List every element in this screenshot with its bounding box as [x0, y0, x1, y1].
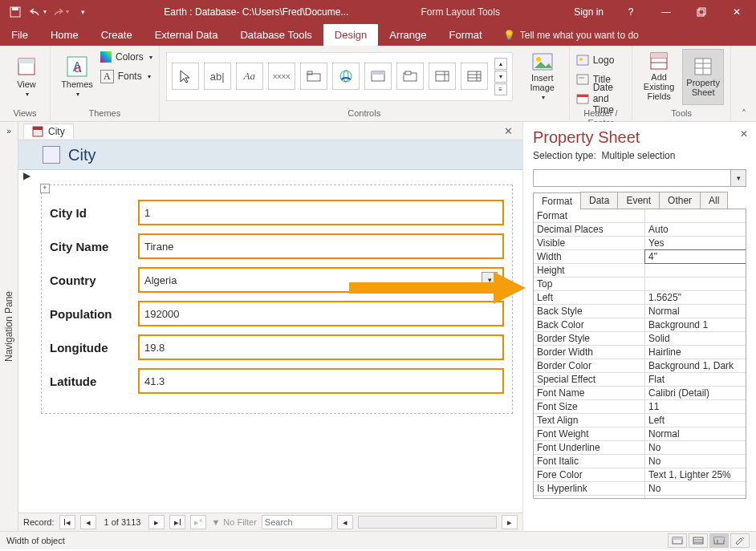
collapse-ribbon-button[interactable]: ˄	[742, 108, 746, 120]
tab-create[interactable]: Create	[90, 24, 144, 46]
property-row[interactable]: Top	[534, 278, 746, 291]
form-view-button[interactable]	[668, 533, 687, 548]
listbox-control-icon[interactable]	[461, 63, 488, 90]
tab-home[interactable]: Home	[39, 24, 90, 46]
property-value[interactable]: Background 1, Dark	[645, 359, 746, 372]
property-row[interactable]: Text AlignLeft	[534, 414, 746, 427]
property-value[interactable]: Flat	[645, 373, 746, 386]
property-row[interactable]: Back StyleNormal	[534, 305, 746, 318]
layout-view-button[interactable]	[709, 533, 729, 548]
property-grid[interactable]: FormatDecimal PlacesAutoVisibleYesWidth4…	[533, 209, 746, 499]
help-button[interactable]: ?	[615, 0, 647, 23]
property-value[interactable]: Normal	[645, 427, 746, 440]
property-row[interactable]: Width4"	[534, 250, 746, 264]
restore-button[interactable]	[685, 0, 717, 23]
property-row[interactable]: Border ColorBackground 1, Dark	[534, 359, 746, 373]
cityid-label[interactable]: City Id	[50, 206, 138, 220]
label-control-icon[interactable]: Aa	[236, 63, 263, 90]
prev-record-button[interactable]: ◂	[80, 515, 96, 529]
minimize-button[interactable]: —	[650, 0, 682, 23]
property-value[interactable]: 11	[645, 400, 746, 413]
property-value[interactable]: 1.5625"	[645, 291, 746, 304]
qat-customize-icon[interactable]: ▾	[72, 2, 93, 22]
tab-format[interactable]: Format	[438, 24, 494, 46]
selection-combobox-dropdown-icon[interactable]: ▾	[731, 169, 746, 187]
country-label[interactable]: Country	[50, 273, 138, 287]
tab-database-tools[interactable]: Database Tools	[229, 24, 323, 46]
next-record-button[interactable]: ▸	[148, 515, 165, 529]
textbox-control-icon[interactable]: ab|	[204, 63, 231, 90]
property-row[interactable]: Is HyperlinkNo	[534, 482, 746, 496]
property-sheet-button[interactable]: Property Sheet	[682, 49, 724, 105]
tab-control-icon[interactable]	[300, 63, 327, 90]
design-view-button[interactable]	[730, 533, 750, 548]
navigation-control-icon[interactable]	[364, 63, 392, 90]
property-value[interactable]: No	[645, 455, 746, 468]
hscroll-right[interactable]: ▸	[502, 515, 518, 529]
datasheet-view-button[interactable]	[689, 533, 708, 548]
property-row[interactable]: Left1.5625"	[534, 291, 746, 305]
latitude-input[interactable]: 41.3	[138, 368, 504, 394]
property-value[interactable]: Left	[645, 414, 746, 427]
combobox-control-icon[interactable]	[429, 63, 456, 90]
redo-icon[interactable]: ▾	[50, 2, 71, 22]
tab-external-data[interactable]: External Data	[144, 24, 230, 46]
new-record-button[interactable]: ▸*	[190, 515, 206, 529]
property-row[interactable]: VisibleYes	[534, 237, 746, 250]
property-value[interactable]	[645, 278, 746, 290]
button-control-icon[interactable]: XXXX	[268, 63, 295, 90]
colors-menu[interactable]: Colors▾	[100, 49, 152, 65]
close-tab-button[interactable]: ✕	[504, 125, 513, 137]
property-value[interactable]: Solid	[645, 332, 746, 345]
themes-button[interactable]: Aa Themes▾	[57, 49, 97, 103]
add-existing-fields-button[interactable]: Add Existing Fields	[639, 49, 679, 103]
cityname-label[interactable]: City Name	[50, 240, 138, 253]
close-button[interactable]: ✕	[721, 0, 753, 23]
property-row[interactable]: Font Size11	[534, 400, 746, 414]
fonts-menu[interactable]: AFonts▾	[100, 68, 152, 84]
ps-tab-other[interactable]: Other	[659, 192, 701, 209]
record-selector[interactable]: ▶	[23, 170, 30, 181]
property-value[interactable]: Auto	[645, 223, 746, 236]
property-value[interactable]	[645, 209, 746, 222]
layout-selector-handle[interactable]: +	[40, 184, 50, 193]
property-row[interactable]: Special EffectFlat	[534, 373, 746, 387]
property-row[interactable]: Fore ColorText 1, Lighter 25%	[534, 468, 746, 482]
insert-image-button[interactable]: Insert Image▾	[522, 49, 563, 103]
property-row[interactable]: Display As HyperlinkIf Hyperlink	[534, 496, 746, 499]
tab-design[interactable]: Design	[323, 24, 378, 46]
tell-me-search[interactable]: 💡 Tell me what you want to do	[503, 25, 639, 46]
ps-tab-data[interactable]: Data	[580, 192, 618, 209]
longitude-input[interactable]: 19.8	[138, 334, 504, 360]
first-record-button[interactable]: I◂	[59, 515, 75, 529]
population-input[interactable]: 192000	[138, 301, 504, 326]
property-row[interactable]: Format	[534, 209, 746, 223]
country-combobox[interactable]: Algeria▾	[138, 267, 504, 293]
hscroll-track[interactable]	[358, 516, 497, 529]
population-label[interactable]: Population	[50, 307, 138, 321]
selection-combobox[interactable]	[533, 169, 731, 187]
select-control-icon[interactable]	[172, 63, 199, 90]
property-row[interactable]: Font ItalicNo	[534, 455, 746, 468]
datetime-button[interactable]: Date and Time	[576, 91, 625, 107]
hyperlink-control-icon[interactable]	[332, 63, 360, 90]
property-row[interactable]: Font WeightNormal	[534, 427, 746, 441]
property-value[interactable]	[645, 264, 746, 277]
longitude-label[interactable]: Longitude	[50, 341, 138, 355]
ps-tab-all[interactable]: All	[700, 192, 728, 209]
property-row[interactable]: Decimal PlacesAuto	[534, 223, 746, 237]
hscroll-left[interactable]: ◂	[337, 515, 353, 529]
property-value[interactable]: Calibri (Detail)	[645, 387, 746, 399]
gallery-scroll[interactable]: ▴▾≡	[494, 58, 507, 95]
expand-navpane-icon[interactable]: »	[6, 127, 11, 136]
property-value[interactable]: No	[645, 482, 746, 495]
property-value[interactable]: No	[645, 441, 746, 454]
view-button[interactable]: View▾	[6, 49, 47, 103]
close-property-sheet-button[interactable]: ✕	[740, 128, 748, 140]
property-value[interactable]: Yes	[645, 237, 746, 249]
layout-selection[interactable]: + City Id 1 City Name Tirane Country Alg…	[41, 184, 513, 414]
last-record-button[interactable]: ▸I	[169, 515, 185, 529]
combobox-dropdown-icon[interactable]: ▾	[482, 272, 498, 288]
sign-in-link[interactable]: Sign in	[566, 6, 612, 18]
latitude-label[interactable]: Latitude	[50, 375, 138, 388]
